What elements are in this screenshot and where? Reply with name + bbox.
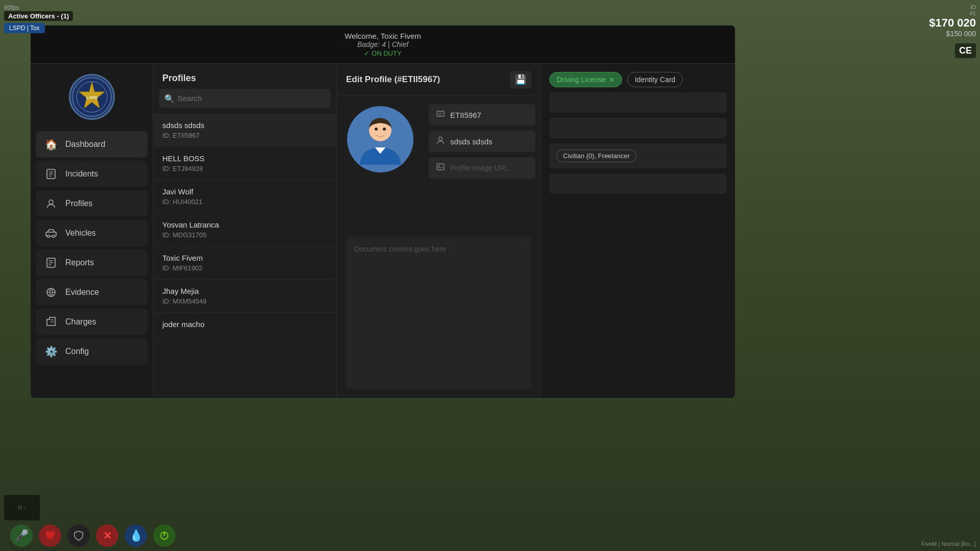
sidebar-item-charges[interactable]: Charges (36, 309, 148, 335)
edit-header: Edit Profile (#ETII5967) 💾 (337, 64, 541, 96)
profile-item[interactable]: Yosvan Latranca ID: MDG31705 (153, 213, 336, 246)
cancel-button[interactable]: ✕ (96, 524, 118, 547)
svg-point-28 (439, 137, 443, 141)
edit-profile-panel: Edit Profile (#ETII5967) 💾 (337, 64, 541, 398)
profile-id: ID: MDG31705 (162, 231, 327, 239)
svg-point-30 (438, 165, 440, 167)
fivem-watermark: FiveM | Normal [Ro...] (921, 541, 976, 547)
hud-id: ID #1 (929, 4, 976, 16)
image-icon (436, 162, 445, 173)
hud-money: $170 020 (929, 16, 976, 30)
dashboard-icon: 🏠 (44, 137, 58, 152)
mdt-header: Welcome, Toxic Fivem Badge: 4 | Chief ON… (31, 26, 735, 64)
svg-rect-25 (437, 111, 444, 116)
sidebar-item-vehicles[interactable]: Vehicles (36, 220, 148, 246)
fps-counter: 60fps (4, 4, 73, 11)
hud-top-right: ID #1 $170 020 $150 000 (929, 4, 976, 38)
sidebar-item-reports[interactable]: Reports (36, 249, 148, 276)
edit-body: ETII5967 sdsds sdsds Profile Image URL (337, 96, 541, 232)
identity-card-tag[interactable]: Identity Card (627, 72, 683, 87)
sidebar-item-incidents[interactable]: Incidents (36, 161, 148, 187)
lspd-logo-svg: LSPD (71, 77, 112, 117)
svg-point-23 (375, 128, 378, 131)
search-input[interactable] (159, 89, 330, 108)
occupation-label: Civilian (0), Freelancer (563, 152, 630, 160)
profile-id: ID: HUI40021 (162, 198, 327, 206)
sidebar-label-profiles: Profiles (65, 199, 92, 208)
sidebar-item-dashboard[interactable]: 🏠 Dashboard (36, 131, 148, 158)
charges-icon (44, 315, 58, 329)
sidebar-item-config[interactable]: ⚙️ Config (36, 338, 148, 365)
profile-item[interactable]: HELL BOSS ID: ETJ94928 (153, 147, 336, 180)
mdt-body: LSPD 🏠 Dashboard Incidents Profiles (31, 64, 735, 398)
remove-driving-license[interactable]: ✕ (609, 76, 615, 84)
identity-card-label: Identity Card (635, 76, 675, 84)
profile-name: Yosvan Latranca (162, 220, 327, 229)
sidebar-label-incidents: Incidents (65, 169, 98, 179)
right-field-2 (549, 118, 727, 138)
name-field-value: sdsds sdsds (450, 137, 493, 146)
profile-item[interactable]: Jhay Mejia ID: MXM54549 (153, 280, 336, 313)
vehicles-icon (44, 226, 58, 240)
sidebar-label-reports: Reports (65, 258, 94, 267)
badge-text: Badge: 4 | Chief (41, 40, 725, 48)
profile-name: Jhay Mejia (162, 287, 327, 295)
person-icon (436, 136, 445, 147)
profiles-header: Profiles (153, 64, 336, 89)
profile-id: ID: MIF61902 (162, 264, 327, 272)
image-url-field-row[interactable]: Profile Image URL (429, 157, 535, 179)
profile-name: Javi Wolf (162, 187, 327, 196)
name-field-row: sdsds sdsds (429, 131, 535, 152)
sidebar-logo: LSPD (36, 69, 148, 128)
reports-icon (44, 256, 58, 270)
search-icon: 🔍 (164, 93, 175, 103)
mic-button[interactable]: 🎤 (10, 524, 33, 547)
occupation-tag: Civilian (0), Freelancer (556, 149, 636, 162)
sidebar-label-evidence: Evidence (65, 288, 99, 297)
license-tags: Driving License ✕ Identity Card (549, 72, 727, 87)
edit-fields-column: ETII5967 sdsds sdsds Profile Image URL (429, 96, 541, 232)
logo-circle: LSPD (69, 74, 115, 120)
id-field-value: ETII5967 (450, 111, 481, 119)
search-bar: 🔍 (159, 89, 330, 108)
active-officers: Active Officers - (1) (4, 11, 73, 21)
sidebar-item-evidence[interactable]: Evidence (36, 279, 148, 306)
lspd-tab[interactable]: LSPD | Tox (4, 23, 45, 33)
right-field-occupation: Civilian (0), Freelancer (549, 143, 727, 168)
incidents-icon (44, 167, 58, 181)
svg-point-10 (47, 235, 50, 238)
sidebar-item-profiles[interactable]: Profiles (36, 190, 148, 217)
profile-id: ID: ETII5967 (162, 132, 327, 139)
profile-name: HELL BOSS (162, 154, 327, 163)
minimap: N ↑ (4, 495, 40, 520)
sidebar-label-charges: Charges (65, 317, 96, 327)
profile-item[interactable]: Toxic Fivem ID: MIF61902 (153, 246, 336, 280)
right-field-3 (549, 173, 727, 194)
profile-item[interactable]: sdsds sdsds ID: ETII5967 (153, 114, 336, 147)
shield-button[interactable] (67, 524, 90, 547)
save-button[interactable]: 💾 (510, 71, 531, 88)
profile-name: sdsds sdsds (162, 121, 327, 130)
avatar-column (337, 96, 429, 232)
driving-license-label: Driving License (557, 76, 606, 84)
sidebar-label-config: Config (65, 347, 89, 356)
avatar-svg (350, 109, 411, 170)
welcome-text: Welcome, Toxic Fivem (41, 32, 725, 40)
document-content-area[interactable]: Document content goes here (346, 237, 531, 389)
profile-item[interactable]: Javi Wolf ID: HUI40021 (153, 180, 336, 213)
profile-item[interactable]: joder macho (153, 313, 336, 338)
driving-license-tag[interactable]: Driving License ✕ (549, 72, 622, 87)
id-field-row: ETII5967 (429, 104, 535, 126)
profiles-panel: Profiles 🔍 sdsds sdsds ID: ETII5967 HELL… (153, 64, 337, 398)
config-icon: ⚙️ (44, 344, 58, 359)
svg-point-11 (53, 235, 55, 238)
image-url-placeholder: Profile Image URL (450, 164, 508, 172)
health-button[interactable] (39, 524, 61, 547)
water-button[interactable]: 💧 (125, 524, 147, 547)
sidebar-label-dashboard: Dashboard (65, 140, 105, 149)
power-button[interactable] (153, 524, 176, 547)
ce-badge: CE (955, 43, 976, 58)
edit-profile-title: Edit Profile (#ETII5967) (346, 74, 440, 85)
x-icon: ✕ (103, 530, 112, 542)
profile-name: Toxic Fivem (162, 254, 327, 262)
